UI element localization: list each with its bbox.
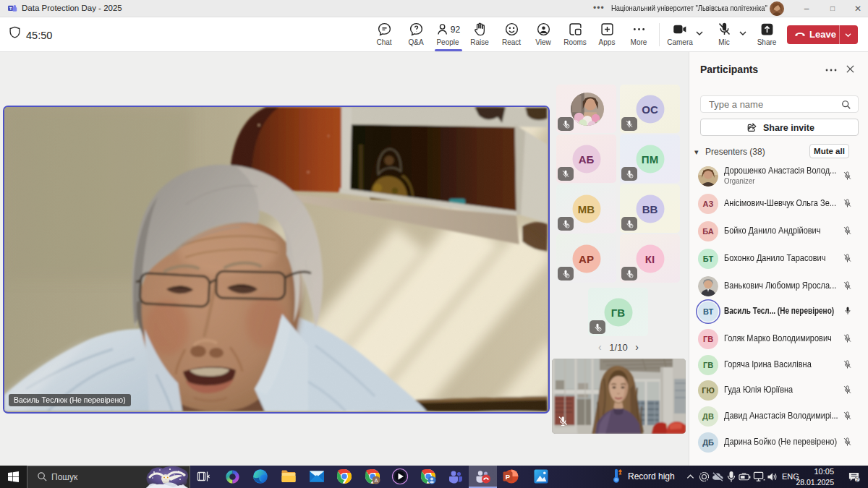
- svg-text:P: P: [506, 473, 511, 481]
- svg-text:A: A: [375, 478, 378, 483]
- svg-text:T: T: [9, 7, 12, 11]
- svg-text:2: 2: [856, 477, 859, 482]
